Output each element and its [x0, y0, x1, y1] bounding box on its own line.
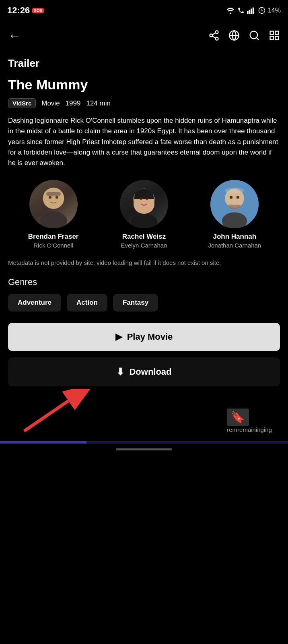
svg-point-19: [40, 211, 67, 228]
movie-duration: 124 min: [86, 99, 110, 107]
movie-year: 1999: [66, 99, 81, 107]
cast-role-rachel: Evelyn Carnahan: [121, 242, 167, 249]
download-button[interactable]: ⬇ Download: [116, 366, 171, 378]
progress-bar-fill: [0, 441, 86, 444]
play-icon: ▶: [115, 332, 122, 342]
svg-line-34: [24, 401, 68, 431]
bookmark-container: 🔖 remremaininging: [227, 411, 280, 433]
wifi-icon: [226, 7, 235, 14]
genres-row: Adventure Action Fantasy: [8, 294, 280, 312]
svg-rect-1: [249, 10, 251, 14]
bookmark-icon[interactable]: 🔖: [227, 409, 249, 426]
svg-rect-17: [275, 36, 278, 39]
cast-role-brendan: Rick O'Connell: [33, 242, 73, 249]
cast-name-john: John Hannah: [213, 232, 256, 241]
cast-row: Brendan Fraser Rick O'Connell Rachel Wei…: [8, 180, 280, 249]
movie-meta-row: VidSrc Movie 1999 124 min: [8, 98, 280, 108]
share-icon[interactable]: [208, 30, 220, 41]
phone-icon: [237, 7, 245, 14]
red-arrow-indicator: [12, 389, 93, 433]
section-trailer-title: Trailer: [8, 50, 280, 73]
list-icon[interactable]: [269, 30, 280, 41]
svg-point-20: [49, 196, 51, 198]
globe-icon[interactable]: [228, 30, 240, 41]
play-movie-label: Play Movie: [127, 332, 173, 342]
cast-role-john: Jonathan Carnahan: [208, 242, 261, 249]
svg-rect-22: [46, 192, 61, 196]
genre-adventure[interactable]: Adventure: [8, 294, 61, 312]
arrow-container: 🔖 remremaininging: [0, 393, 288, 437]
vidsrc-badge: VidSrc: [8, 98, 36, 108]
cast-avatar-john: [210, 180, 259, 228]
home-indicator: [116, 448, 172, 450]
cast-member-john[interactable]: John Hannah Jonathan Carnahan: [198, 180, 271, 249]
status-bar: 12:26 SOS 14%: [0, 0, 288, 21]
genre-fantasy[interactable]: Fantasy: [113, 294, 158, 312]
play-movie-button[interactable]: ▶ Play Movie: [8, 323, 280, 351]
svg-rect-2: [251, 8, 252, 14]
svg-point-21: [55, 196, 58, 198]
cast-avatar-brendan: [29, 180, 78, 228]
cast-member-rachel[interactable]: Rachel Weisz Evelyn Carnahan: [108, 180, 180, 249]
sos-badge: SOS: [32, 8, 44, 13]
svg-point-24: [130, 214, 157, 228]
svg-point-32: [225, 188, 244, 193]
search-icon[interactable]: [249, 30, 260, 41]
battery-level: 14%: [268, 7, 281, 14]
svg-point-18: [43, 188, 64, 209]
svg-point-26: [146, 197, 148, 200]
movie-type: Movie: [41, 99, 60, 107]
svg-rect-15: [275, 31, 278, 35]
remaining-text: remremaininging: [227, 426, 280, 433]
battery-circle-icon: [258, 7, 265, 14]
cast-avatar-rachel: [120, 180, 168, 228]
download-icon: ⬇: [116, 366, 124, 378]
movie-title: The Mummy: [8, 77, 280, 93]
svg-line-13: [256, 37, 258, 39]
genres-title: Genres: [8, 277, 280, 287]
status-time: 12:26: [7, 5, 30, 16]
movie-description: Dashing legionnaire Rick O'Connell stumb…: [8, 116, 280, 169]
svg-rect-16: [270, 36, 274, 39]
cast-name-brendan: Brendan Fraser: [28, 232, 79, 241]
signal-icon: [247, 7, 256, 14]
download-label: Download: [129, 367, 171, 377]
svg-point-31: [237, 196, 239, 198]
back-button[interactable]: ←: [8, 28, 21, 43]
main-content: Trailer The Mummy VidSrc Movie 1999 124 …: [0, 50, 288, 386]
svg-rect-14: [270, 31, 274, 35]
svg-line-9: [212, 33, 216, 35]
metadata-notice: Metadata is not provided by site, video …: [8, 258, 280, 267]
progress-bar: [0, 441, 288, 444]
status-icons: 14%: [226, 7, 281, 14]
genre-action[interactable]: Action: [67, 294, 107, 312]
cast-name-rachel: Rachel Weisz: [122, 232, 166, 241]
svg-point-25: [140, 197, 142, 200]
cast-member-brendan[interactable]: Brendan Fraser Rick O'Connell: [17, 180, 90, 249]
nav-bar: ←: [0, 21, 288, 50]
download-area[interactable]: ⬇ Download: [8, 357, 280, 386]
svg-rect-3: [253, 8, 254, 14]
svg-point-30: [230, 196, 232, 198]
svg-rect-0: [247, 11, 249, 14]
svg-line-8: [212, 36, 216, 38]
